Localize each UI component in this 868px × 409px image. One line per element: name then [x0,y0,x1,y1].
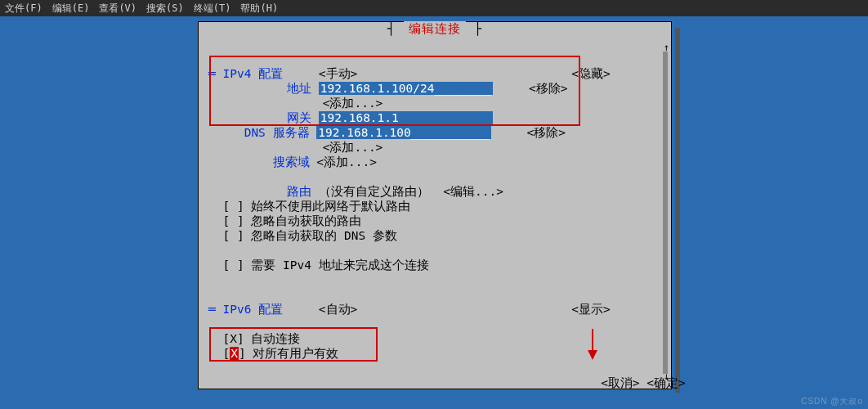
menu-file[interactable]: 文件(F) [5,2,43,16]
section-marker: ═ [208,303,222,316]
menu-help[interactable]: 帮助(H) [240,2,278,16]
menu-edit[interactable]: 编辑(E) [52,2,90,16]
menubar: 文件(F) 编辑(E) 查看(V) 搜索(S) 终端(T) 帮助(H) [0,0,868,16]
cb-all-users[interactable]: 对所有用户有效 [253,347,338,360]
ipv4-route-edit[interactable]: <编辑...> [443,185,503,198]
ipv4-gw-input[interactable]: 192.168.1.1_____________ [319,111,494,124]
ipv4-hide-button[interactable]: <隐藏> [571,67,610,80]
cancel-button[interactable]: <取消> [601,376,639,389]
ipv4-dns-label: DNS 服务器 [244,126,310,139]
ipv4-route-label: 路由 [287,185,311,198]
section-marker: ═ [208,67,222,80]
ipv4-addr-remove[interactable]: <移除> [529,82,567,95]
ipv4-mode[interactable]: <手动> [319,67,357,80]
ipv4-route-info: （没有自定义路由） [319,185,429,198]
ipv4-dns-input[interactable]: 192.168.1.100___________ [316,126,491,139]
menu-view[interactable]: 查看(V) [99,2,136,16]
desktop: ┤ 编辑连接 ├ ═ IPv4 配置 <手动> <隐藏> 地址 192.168.… [0,16,868,409]
menu-search[interactable]: 搜索(S) [146,2,184,16]
cb-require-ipv4[interactable]: 需要 IPv4 地址来完成这个连接 [251,258,428,272]
cb-auto-connect[interactable]: 自动连接 [251,332,300,345]
ipv6-show-button[interactable]: <显示> [571,303,610,316]
ipv4-dns-remove[interactable]: <移除> [526,126,565,139]
dialog-content: ═ IPv4 配置 <手动> <隐藏> 地址 192.168.1.100/24_… [208,37,655,374]
ipv4-addr-input[interactable]: 192.168.1.100/24________ [319,82,494,95]
cb-all-users-check[interactable]: X [230,347,239,360]
ipv4-addr-add[interactable]: <添加...> [323,97,383,110]
watermark: CSDN @大叔o [801,396,863,407]
dialog-title-bar: ┤ 编辑连接 ├ [199,21,671,37]
ipv4-addr-label: 地址 [287,82,311,95]
cb-ignore-auto-routes[interactable]: 忽略自动获取的路由 [251,214,361,227]
edit-connection-dialog: ┤ 编辑连接 ├ ═ IPv4 配置 <手动> <隐藏> 地址 192.168.… [198,21,672,389]
scrollbar[interactable] [663,52,668,374]
ipv6-mode[interactable]: <自动> [319,303,357,316]
ipv4-dns-add[interactable]: <添加...> [323,141,383,154]
dialog-title: 编辑连接 [404,21,466,36]
scroll-down-icon[interactable]: ↓ [664,371,669,382]
ipv4-gw-label: 网关 [287,111,311,124]
cb-no-default-route[interactable]: 始终不使用此网络于默认路由 [251,200,410,213]
ipv4-search-label: 搜索域 [273,155,310,169]
cb-ignore-auto-dns[interactable]: 忽略自动获取的 DNS 参数 [251,229,397,242]
ipv4-search-add[interactable]: <添加...> [316,155,377,169]
ipv6-section-label: IPv6 配置 [222,303,283,316]
window-shadow [675,28,680,393]
ipv4-section-label: IPv4 配置 [222,67,283,80]
menu-terminal[interactable]: 终端(T) [194,2,231,16]
